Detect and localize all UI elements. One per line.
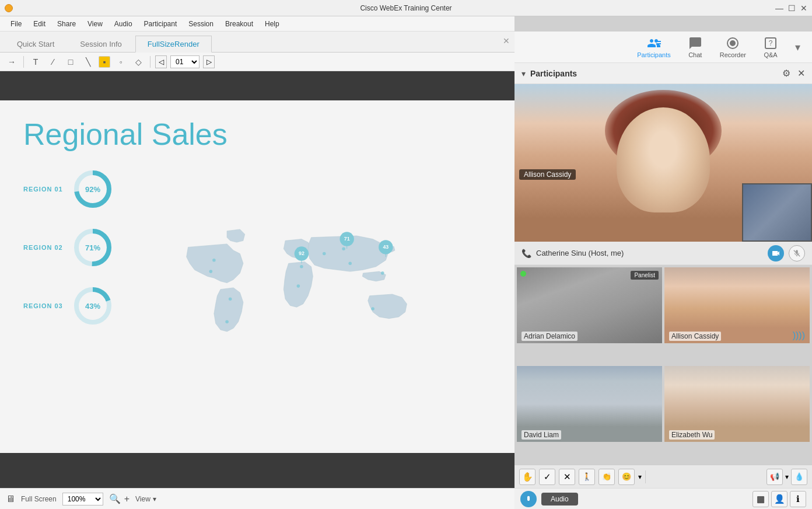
add-participant-button[interactable]: 👤 [771,491,788,507]
menu-help[interactable]: Help [259,16,285,31]
more-icon[interactable]: ▾ [795,41,800,54]
david-name: David Liam [522,430,561,440]
svg-point-10 [348,262,352,265]
content-bottom-bar [0,453,514,488]
maximize-button[interactable]: ☐ [788,4,796,13]
region-03-label: REGION 03 [23,302,64,309]
tab-fullsize-render[interactable]: FullSizeRender [135,36,212,53]
tab-close-button[interactable]: ✕ [503,36,510,46]
close-button[interactable]: ✕ [800,4,807,13]
participant-card-adrian[interactable]: Panelist Adrian Delamico [517,267,662,343]
svg-text:92: 92 [299,250,304,256]
panelist-badge: Panelist [631,271,659,280]
left-panel: Quick Start Session Info FullSizeRender … [0,32,514,509]
slide-body: REGION 01 92% [23,163,491,441]
qa-label: Q&A [764,51,777,58]
emoji-button[interactable]: 😊 [618,469,635,485]
menu-participant[interactable]: Participant [138,16,183,31]
screen-icon: 🖥 [6,494,15,504]
x-button[interactable]: ✕ [559,469,575,485]
allison-name: Allison Cassidy [669,332,721,341]
tab-session-info[interactable]: Session Info [68,36,134,52]
page-selector[interactable]: 01 02 03 [170,55,200,68]
checkmark-button[interactable]: ✓ [539,469,555,485]
chat-icon-button[interactable]: Chat [688,36,702,58]
participant-card-david[interactable]: David Liam [517,366,662,442]
participants-settings-icon[interactable]: ⚙ [782,68,790,79]
host-mic-button[interactable] [789,245,805,262]
svg-point-7 [229,297,232,301]
toolbar-sep-1 [23,56,24,68]
tool-pencil[interactable]: ∕ [46,55,60,69]
menu-bar: File Edit Share View Audio Participant S… [0,16,514,32]
toolbar: → T ∕ □ ╲ ▪ ◦ ◇ ◁ 01 02 03 ▷ [0,53,514,71]
region-02-item: REGION 02 71% [23,227,113,268]
menu-audio[interactable]: Audio [108,16,138,31]
recorder-label: Recorder [720,51,746,58]
info-button[interactable]: ℹ [790,491,806,507]
zoom-selector[interactable]: 100% 75% 125% 150% [62,493,103,505]
participants-collapse-icon[interactable]: ▾ [522,69,526,78]
participants-header-icons: ⚙ ✕ [782,68,805,79]
tabs-bar: Quick Start Session Info FullSizeRender … [0,32,514,53]
raise-hand-button[interactable]: ✋ [519,469,536,485]
menu-share[interactable]: Share [51,16,82,31]
tool-fill-color[interactable]: ◦ [114,55,128,69]
svg-point-15 [212,259,216,262]
toolbar-prev[interactable]: ◁ [155,55,167,68]
participants-close-icon[interactable]: ✕ [797,68,805,79]
tool-line[interactable]: ╲ [81,55,95,69]
tool-rect[interactable]: □ [64,55,78,69]
window-controls[interactable]: — ☐ ✕ [775,4,807,13]
minimize-button[interactable]: — [775,4,783,13]
svg-rect-26 [656,41,661,42]
menu-breakout[interactable]: Breakout [219,16,259,31]
traffic-light[interactable] [5,4,13,12]
menu-session[interactable]: Session [183,16,219,31]
broadcast-chevron[interactable]: ▾ [785,473,789,481]
tool-diamond[interactable]: ◇ [131,55,145,69]
svg-point-9 [323,252,326,255]
recorder-icon-button[interactable]: Recorder [720,36,746,58]
qa-icon-button[interactable]: ? Q&A [764,36,778,58]
map-area: 92 71 43 [125,163,491,441]
tab-quick-start[interactable]: Quick Start [5,36,66,52]
menu-view[interactable]: View [82,16,108,31]
region-01-item: REGION 01 92% [23,169,113,210]
broadcast-button[interactable]: 📢 [766,469,783,485]
tool-fill[interactable]: ▪ [99,56,110,68]
svg-point-13 [300,265,303,269]
zoom-plus[interactable]: + [124,494,130,504]
tool-arrow[interactable]: → [5,55,19,69]
host-video-button[interactable] [768,245,784,262]
regions-column: REGION 01 92% [23,163,113,441]
clap-button[interactable]: 👏 [598,469,615,485]
tool-text[interactable]: T [29,55,43,69]
svg-point-8 [297,284,300,288]
adrian-name: Adrian Delamico [522,332,578,341]
menu-edit[interactable]: Edit [27,16,51,31]
walk-button[interactable]: 🚶 [579,469,595,485]
svg-point-12 [381,271,384,275]
participants-grid: Panelist Adrian Delamico Allison Cassidy… [514,265,812,465]
view-button[interactable]: View ▾ [135,495,156,503]
svg-point-16 [225,320,229,323]
audio-icon-circle [520,491,537,507]
title-bar: Cisco WebEx Training Center — ☐ ✕ [0,0,812,16]
menu-file[interactable]: File [5,16,27,31]
emoji-chevron[interactable]: ▾ [638,473,642,481]
slide-area: Regional Sales REGION 01 [0,100,514,453]
region-01-label: REGION 01 [23,186,64,193]
content-top-bar [0,71,514,100]
toolbar-next[interactable]: ▷ [203,55,215,68]
participant-card-allison[interactable]: Allison Cassidy )))) [664,267,810,343]
share-button[interactable]: 💧 [791,469,807,485]
main-video-label: Allison Cassidy [519,169,576,180]
grid-view-button[interactable]: ▦ [752,491,769,507]
participant-card-elizabeth[interactable]: Elizabeth Wu [664,366,810,442]
region-03-chart: 43% [72,285,113,326]
participants-icon-button[interactable]: Participants [637,36,670,58]
audio-button[interactable]: Audio [541,493,578,505]
region-02-value: 71% [85,243,100,252]
zoom-minus[interactable]: 🔍 [109,493,121,504]
